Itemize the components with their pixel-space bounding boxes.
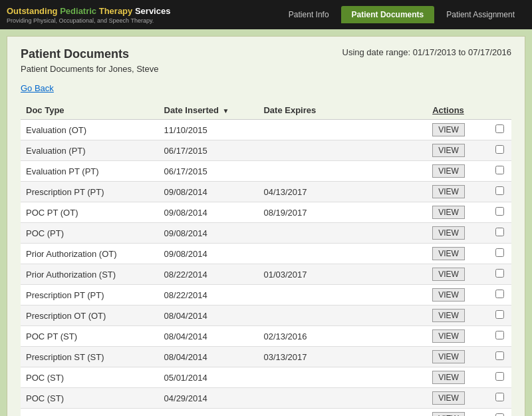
page-title: Patient Documents: [21, 47, 158, 61]
cell-checkbox[interactable]: [488, 140, 511, 161]
cell-date-expires: 04/13/2017: [258, 182, 358, 202]
cell-checkbox[interactable]: [488, 161, 511, 182]
cell-checkbox[interactable]: [488, 367, 511, 388]
title-block: Patient Documents Patient Documents for …: [21, 47, 158, 77]
table-row: POC (ST)04/29/2014VIEW: [21, 388, 511, 409]
view-button[interactable]: VIEW: [432, 268, 465, 281]
documents-table: Doc Type Date Inserted ▼ Date Expires Ac…: [21, 101, 511, 416]
row-checkbox[interactable]: [495, 166, 504, 174]
cell-date-inserted: 06/17/2015: [159, 140, 259, 161]
row-checkbox[interactable]: [495, 310, 504, 319]
table-row: POC (ST)05/01/2014VIEW: [21, 367, 511, 388]
cell-doc-type: POC (ST): [21, 388, 159, 409]
table-row: Prescription PT (PT)08/22/2014VIEW: [21, 285, 511, 306]
cell-date-expires: [258, 244, 358, 264]
tab-patient-info[interactable]: Patient Info: [278, 6, 340, 23]
view-button[interactable]: VIEW: [432, 144, 465, 157]
app-header: Outstanding Pediatric Therapy Services P…: [0, 0, 532, 29]
view-button[interactable]: VIEW: [432, 350, 465, 363]
col-header-date-inserted[interactable]: Date Inserted ▼: [159, 101, 259, 120]
cell-actions: VIEW: [427, 244, 488, 264]
row-checkbox[interactable]: [495, 228, 504, 236]
cell-date-inserted: 05/01/2014: [159, 367, 259, 388]
row-checkbox[interactable]: [495, 145, 504, 154]
cell-checkbox[interactable]: [488, 347, 511, 367]
row-checkbox[interactable]: [495, 269, 504, 278]
cell-actions: VIEW: [427, 202, 488, 223]
cell-date-inserted: 08/04/2014: [159, 347, 259, 367]
cell-checkbox[interactable]: [488, 202, 511, 223]
cell-spacer: [358, 367, 427, 388]
cell-doc-type: Prescription PT (PT): [21, 182, 159, 202]
view-button[interactable]: VIEW: [432, 371, 465, 384]
cell-checkbox[interactable]: [488, 409, 511, 417]
cell-actions: VIEW: [427, 223, 488, 244]
row-checkbox[interactable]: [495, 248, 504, 257]
logo-title: Outstanding Pediatric Therapy Services: [7, 6, 278, 16]
cell-actions: VIEW: [427, 120, 488, 140]
tab-patient-documents[interactable]: Patient Documents: [341, 6, 435, 23]
view-button[interactable]: VIEW: [432, 288, 465, 302]
content-header: Patient Documents Patient Documents for …: [21, 47, 511, 77]
cell-date-expires: [258, 223, 358, 244]
cell-spacer: [358, 306, 427, 326]
table-row: Evaluation (PT)06/17/2015VIEW: [21, 140, 511, 161]
logo-part1: Outstanding: [7, 6, 58, 16]
view-button[interactable]: VIEW: [432, 247, 465, 260]
main-content: Patient Documents Patient Documents for …: [7, 36, 525, 416]
col-header-doc-type: Doc Type: [21, 101, 159, 120]
table-row: Prior Authorization (ST)08/22/201401/03/…: [21, 264, 511, 285]
row-checkbox[interactable]: [495, 124, 504, 133]
col-header-actions: Actions: [427, 101, 488, 120]
view-button[interactable]: VIEW: [432, 309, 465, 322]
cell-checkbox[interactable]: [488, 285, 511, 306]
row-checkbox[interactable]: [495, 331, 504, 339]
cell-checkbox[interactable]: [488, 223, 511, 244]
cell-checkbox[interactable]: [488, 306, 511, 326]
cell-date-expires: [258, 388, 358, 409]
view-button[interactable]: VIEW: [432, 164, 465, 178]
logo-part4: Services: [135, 6, 171, 16]
cell-spacer: [358, 140, 427, 161]
view-button[interactable]: VIEW: [432, 226, 465, 240]
cell-doc-type: POC PT (ST): [21, 326, 159, 347]
cell-checkbox[interactable]: [488, 244, 511, 264]
cell-checkbox[interactable]: [488, 326, 511, 347]
cell-date-inserted: 09/08/2014: [159, 244, 259, 264]
row-checkbox[interactable]: [495, 207, 504, 216]
cell-actions: VIEW: [427, 182, 488, 202]
row-checkbox[interactable]: [495, 351, 504, 360]
cell-date-expires: 03/13/2017: [258, 347, 358, 367]
date-range-label: Using date range:: [342, 47, 411, 57]
cell-checkbox[interactable]: [488, 264, 511, 285]
view-button[interactable]: VIEW: [432, 123, 465, 136]
cell-checkbox[interactable]: [488, 182, 511, 202]
cell-date-inserted: 08/04/2014: [159, 326, 259, 347]
cell-doc-type: Evaluation (PT): [21, 140, 159, 161]
cell-actions: VIEW: [427, 306, 488, 326]
cell-actions: VIEW: [427, 161, 488, 182]
view-button[interactable]: VIEW: [432, 391, 465, 405]
cell-checkbox[interactable]: [488, 120, 511, 140]
cell-spacer: [358, 326, 427, 347]
view-button[interactable]: VIEW: [432, 412, 465, 416]
cell-spacer: [358, 264, 427, 285]
row-checkbox[interactable]: [495, 186, 504, 195]
cell-checkbox[interactable]: [488, 388, 511, 409]
view-button[interactable]: VIEW: [432, 185, 465, 198]
row-checkbox[interactable]: [495, 290, 504, 298]
row-checkbox[interactable]: [495, 393, 504, 401]
nav-tabs: Patient Info Patient Documents Patient A…: [278, 6, 525, 23]
cell-doc-type: Evaluation (OT): [21, 120, 159, 140]
table-row: POC (OT)12/03/2013VIEW: [21, 409, 511, 417]
date-start: 01/17/2013: [413, 47, 456, 57]
view-button[interactable]: VIEW: [432, 329, 465, 343]
patient-name: Patient Documents for Jones, Steve: [21, 64, 158, 74]
row-checkbox[interactable]: [495, 372, 504, 381]
table-row: POC PT (OT)09/08/201408/19/2017VIEW: [21, 202, 511, 223]
row-checkbox[interactable]: [495, 413, 504, 416]
tab-patient-assignment[interactable]: Patient Assignment: [436, 6, 525, 23]
view-button[interactable]: VIEW: [432, 206, 465, 219]
cell-spacer: [358, 202, 427, 223]
go-back-link[interactable]: Go Back: [21, 83, 54, 93]
